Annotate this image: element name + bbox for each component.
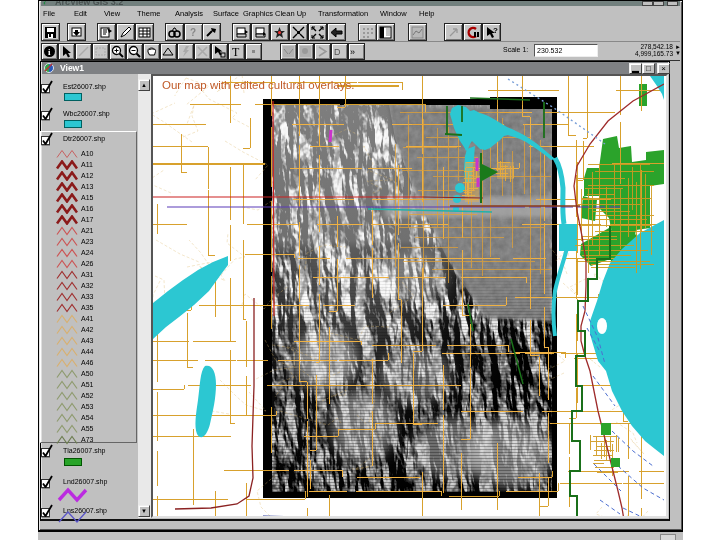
svg-text:»: » <box>350 47 355 57</box>
svg-text:Our map with edited cultural o: Our map with edited cultural overlays. <box>162 79 354 91</box>
svg-text:?: ? <box>493 26 498 35</box>
svg-text:?: ? <box>190 27 196 38</box>
svg-text:T: T <box>232 45 240 58</box>
svg-text:D: D <box>334 47 341 57</box>
